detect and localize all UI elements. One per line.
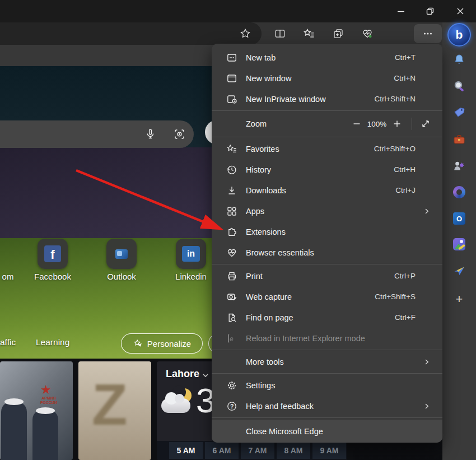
photo-caption: АРМИЯ РОССИИ <box>36 396 62 405</box>
menu-item-new-tab[interactable]: New tabCtrl+T <box>212 47 442 68</box>
sidebar-search-icon[interactable] <box>452 80 466 93</box>
personalize-star-icon <box>133 338 143 349</box>
sidebar-microsoft365-icon[interactable] <box>452 185 466 199</box>
photo-letter: Z <box>92 371 128 438</box>
help-icon: ? <box>226 401 237 412</box>
fullscreen-icon[interactable] <box>420 118 431 129</box>
sidebar-add-icon[interactable]: + <box>452 292 466 306</box>
settings-and-more-button[interactable] <box>414 24 442 43</box>
shortcut-label-partial: om <box>0 272 41 281</box>
sidebar-outlook-icon[interactable]: O <box>452 212 466 225</box>
menu-separator <box>212 373 442 374</box>
extensions-icon <box>226 226 237 238</box>
menu-item-find-on-page[interactable]: Find on pageCtrl+F <box>212 307 442 328</box>
menu-item-label: Settings <box>246 381 431 390</box>
shortcut-label: Outlook <box>88 272 155 281</box>
menu-item-more-tools[interactable]: More tools <box>212 351 442 372</box>
sidebar-shopping-tag-icon[interactable] <box>452 106 466 119</box>
menu-item-new-window[interactable]: New windowCtrl+N <box>212 68 442 89</box>
menu-item-label: Web capture <box>246 292 375 301</box>
outlook-icon <box>115 249 128 259</box>
sidebar-designer-icon[interactable] <box>452 238 466 251</box>
news-photo-building[interactable]: Z <box>78 361 151 460</box>
feed-tab-traffic[interactable]: affic <box>0 337 16 347</box>
zoom-out-button[interactable] <box>351 118 362 129</box>
essentials-icon <box>226 247 237 258</box>
menu-item-label: Print <box>246 272 394 281</box>
menu-separator <box>212 417 442 418</box>
hour-label: 6 AM <box>205 442 239 459</box>
menu-item-label: Favorites <box>246 145 374 154</box>
menu-item-apps[interactable]: Apps <box>212 201 442 221</box>
menu-separator <box>212 350 442 350</box>
shortcut-outlook[interactable] <box>106 239 137 269</box>
feed-tab-learning[interactable]: Learning <box>36 337 69 347</box>
restore-button[interactable] <box>417 0 443 22</box>
menu-item-print[interactable]: PrintCtrl+P <box>212 266 442 286</box>
menu-item-shortcut: Ctrl+N <box>394 74 416 82</box>
photo-figure <box>1 402 27 460</box>
menu-item-close-microsoft-edge[interactable]: Close Microsoft Edge <box>212 420 442 443</box>
menu-item-downloads[interactable]: DownloadsCtrl+J <box>212 180 442 201</box>
photo-figure <box>36 407 55 414</box>
find-icon <box>226 312 237 323</box>
sidebar-games-icon[interactable] <box>452 159 466 173</box>
divider <box>412 118 412 130</box>
zoom-in-button[interactable] <box>391 118 403 129</box>
hour-label: 8 AM <box>277 442 310 459</box>
split-screen-icon[interactable] <box>273 27 287 40</box>
settings-and-more-menu: New tabCtrl+TNew windowCtrl+NNew InPriva… <box>212 44 442 443</box>
bing-chat-button[interactable]: b <box>447 23 471 47</box>
menu-item-settings[interactable]: Settings <box>212 375 442 396</box>
minimize-button[interactable] <box>388 0 414 22</box>
menu-item-label: Browser essentials <box>246 248 431 257</box>
personalize-button[interactable]: Personalize <box>121 333 203 354</box>
browser-essentials-icon[interactable] <box>361 27 374 40</box>
inprivate-icon <box>226 94 237 105</box>
add-favorite-star-icon[interactable] <box>239 27 252 40</box>
favorites-icon[interactable] <box>302 27 316 40</box>
photo-figure <box>32 410 58 460</box>
svg-text:?: ? <box>230 402 234 409</box>
menu-item-shortcut: Ctrl+Shift+O <box>374 145 416 153</box>
chevron-down-icon[interactable] <box>202 371 209 379</box>
menu-item-web-capture[interactable]: Web captureCtrl+Shift+S <box>212 286 442 307</box>
close-button[interactable] <box>447 0 473 22</box>
edge-browser-window: f in Facebook Outlook Linkedin om affic … <box>0 0 476 460</box>
menu-item-extensions[interactable]: Extensions <box>212 221 442 242</box>
visual-search-icon[interactable] <box>172 127 186 141</box>
menu-item-history[interactable]: HistoryCtrl+H <box>212 159 442 180</box>
sidebar-toolbox-icon[interactable] <box>452 133 466 146</box>
favorites-icon <box>226 143 237 155</box>
menu-item-reload-in-internet-explorer-mode[interactable]: eReload in Internet Explorer mode <box>212 328 442 349</box>
menu-item-help-and-feedback[interactable]: ?Help and feedback <box>212 396 442 416</box>
address-bar[interactable] <box>0 22 262 45</box>
sidebar-drop-icon[interactable] <box>452 264 466 277</box>
hourly-forecast-strip: 5 AM6 AM7 AM8 AM9 AM <box>157 441 347 460</box>
menu-item-zoom[interactable]: Zoom100% <box>212 112 442 136</box>
collections-icon[interactable] <box>332 27 345 40</box>
bing-search-box[interactable] <box>0 120 194 148</box>
menu-item-favorites[interactable]: FavoritesCtrl+Shift+O <box>212 138 442 159</box>
weather-city: Lahore <box>166 368 199 380</box>
menu-item-browser-essentials[interactable]: Browser essentials <box>212 242 442 263</box>
menu-item-label: New InPrivate window <box>246 95 374 104</box>
history-icon <box>226 164 237 175</box>
microphone-icon[interactable] <box>143 127 157 141</box>
news-photo-sailors[interactable]: ★ АРМИЯ РОССИИ <box>0 361 73 460</box>
menu-item-label: New window <box>246 74 394 83</box>
shortcut-facebook[interactable]: f <box>38 239 68 269</box>
hour-label: 9 AM <box>312 442 346 459</box>
shortcut-linkedin[interactable]: in <box>176 239 206 269</box>
no-icon <box>226 118 237 129</box>
chevron-right-icon <box>422 357 431 366</box>
red-star-emblem: ★ <box>40 383 52 397</box>
menu-item-new-inprivate-window[interactable]: New InPrivate windowCtrl+Shift+N <box>212 89 442 109</box>
sidebar-bell-icon[interactable] <box>452 53 466 67</box>
hour-label: 5 AM <box>169 442 203 459</box>
menu-item-label: Help and feedback <box>246 402 419 411</box>
new-window-icon <box>226 73 237 84</box>
web-capture-icon <box>226 291 237 303</box>
menu-separator <box>212 264 442 264</box>
no-icon <box>226 356 237 368</box>
